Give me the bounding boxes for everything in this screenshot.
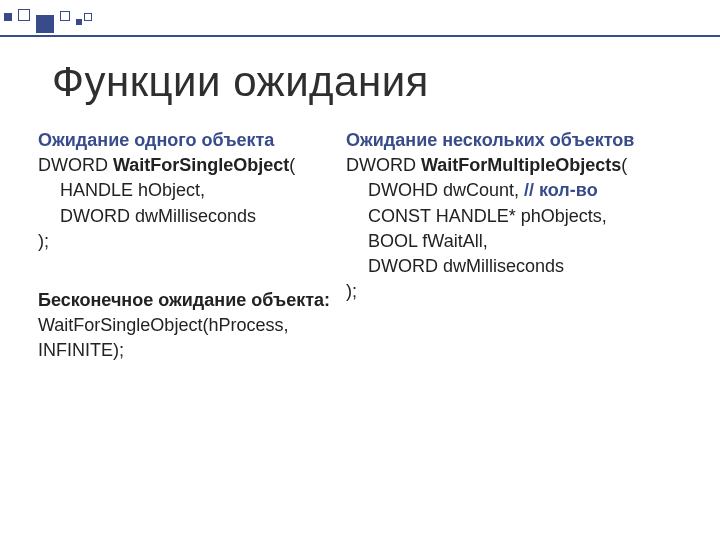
infinite-heading: Бесконечное ожидание объекта: <box>38 288 338 313</box>
right-param-3: BOOL fWaitAll, <box>346 229 666 254</box>
left-param-2: DWORD dwMilliseconds <box>38 204 338 229</box>
right-close: ); <box>346 279 666 304</box>
right-param-2: CONST HANDLE* phObjects, <box>346 204 666 229</box>
slide: Функции ожидания Ожидание одного объекта… <box>0 0 720 540</box>
left-heading: Ожидание одного объекта <box>38 128 338 153</box>
right-decl: DWORD WaitForMultipleObjects( <box>346 153 666 178</box>
right-param-4: DWORD dwMilliseconds <box>346 254 666 279</box>
infinite-code: WaitForSingleObject(hProcess, INFINITE); <box>38 313 338 363</box>
slide-body: Ожидание одного объекта DWORD WaitForSin… <box>38 128 700 364</box>
slide-title: Функции ожидания <box>52 58 429 106</box>
right-param-1: DWOHD dwCount, // кол-во <box>346 178 666 203</box>
left-param-1: HANDLE hObject, <box>38 178 338 203</box>
left-close: ); <box>38 229 338 254</box>
header-decoration <box>0 13 720 31</box>
column-left: Ожидание одного объекта DWORD WaitForSin… <box>38 128 338 364</box>
right-heading: Ожидание нескольких объектов <box>346 128 666 153</box>
left-decl: DWORD WaitForSingleObject( <box>38 153 338 178</box>
column-right: Ожидание нескольких объектов DWORD WaitF… <box>346 128 666 364</box>
